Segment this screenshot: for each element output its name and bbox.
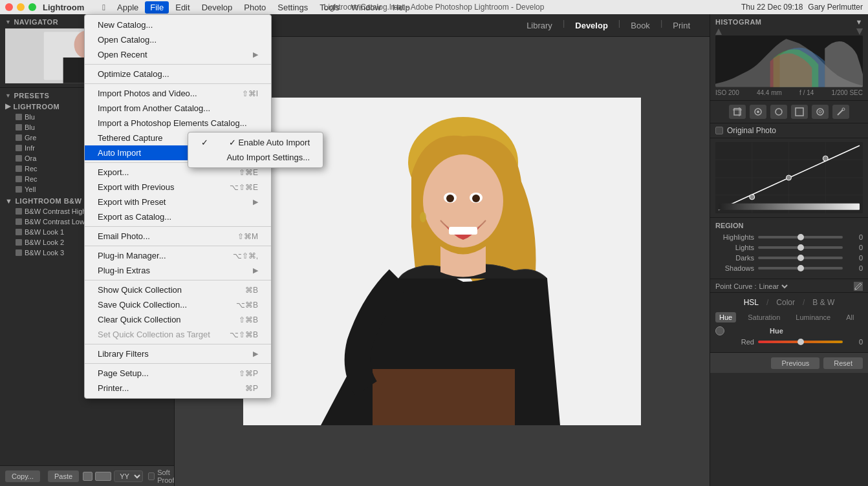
darks-value: 0 — [847, 254, 863, 262]
close-button[interactable] — [5, 3, 13, 11]
set-quick-target-label: Set Quick Collection as Target — [98, 330, 210, 339]
menu-settings[interactable]: Settings — [272, 1, 313, 14]
paste-button[interactable]: Paste — [48, 470, 79, 482]
hsl-tab-bw[interactable]: B & W — [810, 297, 837, 308]
lights-thumb[interactable] — [797, 244, 804, 251]
red-hue-thumb[interactable] — [797, 339, 804, 345]
save-quick-label: Save Quick Collection... — [98, 300, 187, 310]
menu-auto-import[interactable]: Auto Import ▶ — [85, 145, 271, 160]
red-hue-slider[interactable] — [758, 341, 843, 343]
menu-photo[interactable]: Photo — [239, 1, 271, 14]
soft-proofing-checkbox[interactable] — [148, 472, 155, 480]
preset-icon — [16, 114, 22, 120]
menu-sep-2 — [85, 83, 271, 84]
show-quick-shortcut: ⌘B — [245, 286, 258, 295]
svg-point-40 — [823, 156, 828, 161]
shadows-label: Shadows — [715, 264, 754, 272]
hsl-subtab-luminance[interactable]: Luminance — [792, 312, 834, 322]
menu-open-recent[interactable]: Open Recent ▶ — [85, 47, 271, 62]
plugin-extras-label: Plug-in Extras — [98, 266, 150, 275]
menu-clear-quick[interactable]: Clear Quick Collection ⇧⌘B — [85, 312, 271, 327]
highlights-slider[interactable] — [758, 236, 843, 238]
menu-export-catalog[interactable]: Export as Catalog... — [85, 209, 271, 224]
menu-export-preset[interactable]: Export with Preset ▶ — [85, 195, 271, 209]
menu-import-photos[interactable]: Import Photos and Video... ⇧⌘I — [85, 86, 271, 101]
adjustment-brush-tool[interactable] — [832, 105, 849, 119]
hue-target-icon[interactable] — [715, 326, 724, 335]
copy-button[interactable]: Copy... — [5, 470, 40, 482]
highlights-thumb[interactable] — [797, 234, 804, 240]
shadows-thumb[interactable] — [797, 265, 804, 271]
menu-tethered[interactable]: Tethered Capture ▶ — [85, 131, 271, 145]
lights-slider[interactable] — [758, 246, 843, 249]
point-curve-edit-icon[interactable] — [854, 282, 863, 291]
menu-import-another[interactable]: Import from Another Catalog... — [85, 101, 271, 116]
menu-new-catalog[interactable]: New Catalog... — [85, 17, 271, 32]
titlebar-right: Thu 22 Dec 09:18 Gary Perlmutter — [741, 3, 863, 12]
menu-apple[interactable]:  — [97, 1, 111, 14]
shadows-slider[interactable] — [758, 267, 843, 269]
crop-tool[interactable] — [729, 105, 746, 119]
library-filters-label: Library Filters — [98, 349, 149, 359]
reset-button[interactable]: Reset — [823, 357, 863, 369]
menu-email-photo[interactable]: Email Photo... ⇧⌘M — [85, 229, 271, 244]
hsl-tab-hsl[interactable]: HSL — [741, 297, 761, 308]
menu-open-catalog[interactable]: Open Catalog... — [85, 32, 271, 47]
hsl-subtab-all[interactable]: All — [842, 312, 858, 322]
darks-thumb[interactable] — [797, 255, 804, 261]
graduated-filter-tool[interactable] — [791, 105, 808, 119]
hist-shadow-clipping[interactable] — [715, 28, 722, 35]
bw-group-toggle: ▼ — [5, 197, 12, 205]
spot-removal-tool[interactable] — [750, 105, 766, 119]
crop-icon — [733, 107, 742, 116]
export-preset-label: Export with Preset — [98, 197, 166, 207]
svg-point-15 — [420, 212, 426, 222]
hist-highlight-clipping[interactable] — [856, 28, 863, 35]
menu-plugin-manager[interactable]: Plug-in Manager... ⌥⇧⌘, — [85, 248, 271, 263]
menu-sep-8 — [85, 363, 271, 364]
set-quick-shortcut: ⌥⇧⌘B — [230, 330, 258, 339]
darks-row: Darks 0 — [715, 254, 863, 262]
menu-lightroom[interactable]: Apple — [112, 1, 144, 14]
histogram-expand-icon[interactable]: ▼ — [856, 18, 863, 26]
hsl-tab-color[interactable]: Color — [774, 297, 797, 308]
module-tab-print[interactable]: Print — [664, 18, 699, 33]
menu-import-elements[interactable]: Import a Photoshop Elements Catalog... — [85, 116, 271, 131]
module-tab-book[interactable]: Book — [622, 18, 659, 33]
plugin-extras-arrow: ▶ — [253, 266, 258, 275]
redeye-tool[interactable] — [770, 105, 787, 119]
menu-plugin-extras[interactable]: Plug-in Extras ▶ — [85, 263, 271, 278]
menu-export[interactable]: Export... ⇧⌘E — [85, 165, 271, 180]
menu-edit[interactable]: Edit — [170, 1, 195, 14]
hsl-subtab-hue[interactable]: Hue — [715, 312, 736, 322]
system-time: Thu 22 Dec 09:18 — [741, 3, 803, 12]
file-menu-dropdown[interactable]: New Catalog... Open Catalog... Open Rece… — [84, 14, 272, 399]
menu-file[interactable]: File — [145, 1, 169, 14]
svg-line-27 — [838, 110, 843, 115]
view-icon-loupe[interactable] — [95, 472, 111, 481]
module-tab-library[interactable]: Library — [517, 18, 561, 33]
hsl-subtab-saturation[interactable]: Saturation — [744, 312, 784, 322]
menu-page-setup[interactable]: Page Setup... ⇧⌘P — [85, 366, 271, 381]
radial-filter-tool[interactable] — [812, 105, 829, 119]
menu-show-quick[interactable]: Show Quick Collection ⌘B — [85, 282, 271, 297]
maximize-button[interactable] — [28, 3, 36, 11]
show-quick-label: Show Quick Collection — [98, 285, 182, 295]
menu-library-filters[interactable]: Library Filters ▶ — [85, 346, 271, 361]
darks-slider[interactable] — [758, 257, 843, 259]
menu-printer[interactable]: Printer... ⌘P — [85, 381, 271, 396]
menu-save-quick[interactable]: Save Quick Collection... ⌥⌘B — [85, 297, 271, 312]
view-select[interactable]: YY — [114, 470, 143, 482]
point-curve-select[interactable]: Linear — [757, 282, 790, 291]
menu-optimize-catalog[interactable]: Optimize Catalog... — [85, 67, 271, 81]
menu-develop[interactable]: Develop — [197, 1, 238, 14]
module-tab-develop[interactable]: Develop — [566, 18, 617, 33]
original-photo-checkbox[interactable] — [715, 127, 723, 134]
minimize-button[interactable] — [17, 3, 25, 11]
tethered-label: Tethered Capture — [98, 133, 162, 143]
previous-button[interactable]: Previous — [771, 357, 819, 369]
menu-export-previous[interactable]: Export with Previous ⌥⇧⌘E — [85, 180, 271, 195]
hist-arrows — [715, 28, 863, 35]
highlights-value: 0 — [847, 233, 863, 241]
view-icon-grid[interactable] — [83, 472, 92, 481]
